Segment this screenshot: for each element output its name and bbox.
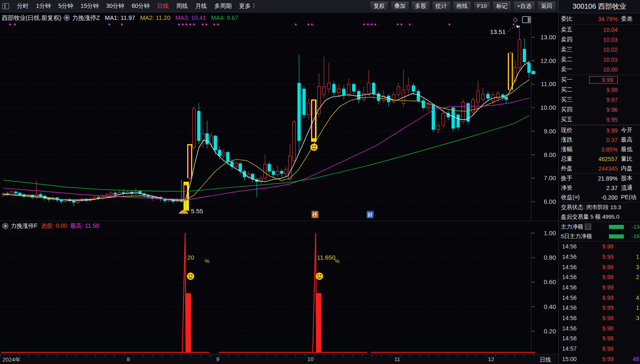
candle-body [97, 197, 100, 198]
signal-dot [449, 24, 450, 25]
smiley-marker-sub [187, 272, 194, 280]
candle-body [214, 136, 217, 150]
candle-body [188, 145, 191, 178]
signal-dot [307, 24, 309, 25]
ask-row-2-price: 10.01 [572, 56, 621, 63]
period-tab-1分钟[interactable]: 1分钟 [32, 2, 55, 10]
ask-row-4-label: 卖四 [561, 36, 572, 43]
info-value: 462557 [572, 156, 621, 162]
period-tab-分时[interactable]: 分时 [13, 2, 32, 10]
ask-row-4: 卖四10.03 [559, 35, 640, 45]
diamond-marker-icon[interactable]: ◇ [513, 16, 518, 23]
action-button-+自选[interactable]: +自选 [513, 1, 535, 11]
period-tab-更多 〉[interactable]: 更多 〉 [235, 2, 262, 10]
candlestick-chart[interactable]: 13.0012.0011.0010.009.008.007.006.0013.5… [0, 23, 558, 221]
action-button-返回[interactable]: 返回 [537, 1, 556, 11]
candle-body [39, 194, 42, 196]
action-button-统计[interactable]: 统计 [432, 1, 451, 11]
low-price-annotation: 5.55 [179, 207, 203, 215]
spike-percent-label: % [205, 258, 210, 264]
action-button-画线[interactable]: 画线 [453, 1, 471, 11]
indicator-dropdown-icon[interactable]: ▾ [63, 14, 70, 21]
sub-select-value: 选股: 0.00 [41, 222, 67, 230]
period-tab-5分钟[interactable]: 5分钟 [55, 2, 77, 10]
detail-list-icon[interactable] [585, 224, 591, 230]
tape-row: 14:569.98 [559, 241, 640, 252]
action-button-复权[interactable]: 复权 [370, 1, 389, 11]
candle-body [528, 63, 531, 72]
smiley-marker-main [310, 143, 318, 151]
info-right-label: 今开 [621, 127, 640, 134]
bid-row-5-label: 买五 [561, 116, 572, 123]
candle-body [518, 40, 521, 68]
candle-body [14, 192, 17, 193]
candle-body [457, 115, 460, 127]
candle-body [442, 113, 445, 125]
signal-dot [311, 24, 313, 25]
candle-body [343, 89, 345, 95]
candle-body [10, 192, 13, 195]
signal-dot [371, 24, 372, 25]
action-button-叠加[interactable]: 叠加 [391, 1, 409, 11]
info-right-label: 股本 [621, 175, 640, 182]
green-flow-bar [609, 225, 624, 229]
candle-body [298, 83, 301, 141]
candle-body [323, 87, 326, 95]
stock-title: 300106 西部牧业 [559, 0, 640, 13]
signal-dots-row [9, 24, 514, 25]
period-tab-周线[interactable]: 周线 [172, 2, 191, 10]
tape-time: 14:56 [562, 284, 585, 291]
sidebar-toggle-icon[interactable] [522, 16, 531, 23]
period-tab-15分钟[interactable]: 15分钟 [77, 2, 103, 10]
action-button-标记[interactable]: 标记 [493, 1, 511, 11]
action-button-多股[interactable]: 多股 [411, 1, 430, 11]
x-axis-label: 2024年 [2, 356, 21, 364]
main-force-label: 5日主力净额 [561, 233, 592, 240]
bid-row-5-price: 9.95 [572, 116, 621, 123]
period-tab-多周期[interactable]: 多周期 [210, 2, 235, 10]
tape-row: 14:569.994 [559, 292, 640, 303]
ma4-label: MA4: 9.67 [211, 14, 238, 21]
chart-corner-icons: ◇ [513, 16, 531, 23]
period-tab-日线[interactable]: 日线 [153, 2, 172, 10]
candle-body [514, 67, 517, 81]
price-tick-label: 10.00 [540, 104, 556, 111]
tape-volume: 48 [625, 356, 639, 362]
info-right-label: 最低 [621, 146, 640, 153]
action-button-F10[interactable]: F10 [473, 2, 490, 10]
period-tab-60分钟[interactable]: 60分钟 [128, 2, 154, 10]
period-tab-月线[interactable]: 月线 [191, 2, 210, 10]
bid-row-4: 买四9.96 [559, 105, 640, 115]
candle-body [417, 91, 420, 101]
bid-row-3-price: 9.97 [572, 96, 621, 103]
smiley-icon [316, 272, 323, 280]
info-right-label: PE(动 [621, 194, 640, 201]
ask-row-1-label: 卖一 [561, 66, 572, 73]
quote-info-block-1: 现价9.99今开涨跌0.37最高涨幅3.85%最低总量462557量比外盘244… [559, 125, 640, 173]
tape-price: 9.99 [585, 284, 625, 291]
sub-tick-label: 0.80 [544, 254, 556, 261]
info-label: 总量 [561, 155, 572, 163]
badge-财[interactable]: 财 [367, 211, 374, 218]
sub-tick-label: 0.20 [544, 328, 556, 335]
signal-dot [121, 24, 123, 25]
tape-row: 15:009.9948 [559, 354, 640, 364]
badge-label: 榜 [312, 212, 318, 218]
candle-body [264, 164, 267, 178]
candle-body [462, 102, 465, 121]
window-layout-icon[interactable] [2, 3, 9, 9]
tape-row: 14:569.98 [559, 323, 640, 333]
indicator-chart[interactable]: 1.000.800.600.400.2020%11.650% [0, 231, 558, 354]
ma2-line [3, 80, 529, 200]
badge-label: 财 [367, 212, 373, 218]
period-toolbar: 分时1分钟5分钟15分钟30分钟60分钟日线周线月线多周期更多 〉 复权叠加多股… [0, 0, 558, 12]
tick-tape-list[interactable]: 14:569.9814:569.99114:569.98314:569.9821… [559, 241, 640, 364]
badge-榜[interactable]: 榜 [312, 211, 319, 218]
bid-row-1: 买一9.99 [559, 75, 640, 85]
ask-row-1-price: 10.00 [572, 66, 621, 73]
sub-indicator-dropdown-icon[interactable]: ▾ [2, 223, 9, 229]
info-row-涨幅: 涨幅3.85%最低 [559, 145, 640, 154]
price-tick-label: 12.00 [540, 57, 556, 64]
chart-title: 西部牧业(日线.前复权) [2, 14, 61, 22]
period-tab-30分钟[interactable]: 30分钟 [102, 2, 128, 10]
